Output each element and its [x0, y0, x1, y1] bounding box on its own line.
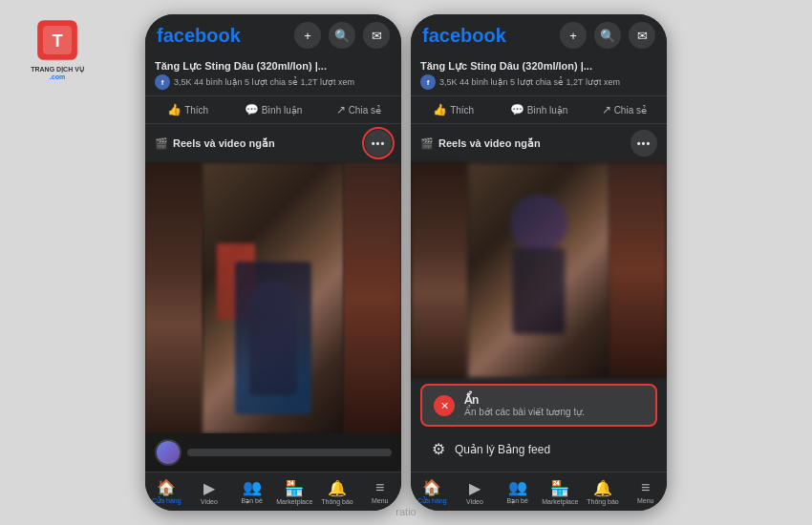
friends-icon-left: 👥	[243, 478, 262, 496]
meta-stats-left: 3,5K 44 bình luận 5 lượt chia sẻ 1,2T lư…	[174, 77, 354, 87]
share-icon-right: ↗	[602, 103, 611, 116]
user-name-bar-left	[187, 449, 392, 456]
comment-btn-right[interactable]: 💬 Bình luận	[496, 100, 581, 119]
menu-icon-right: ≡	[641, 479, 650, 496]
add-icon-left[interactable]: +	[294, 22, 321, 49]
post-area-left: Tăng Lực Sting Dâu (320ml/lon) |... f 3,…	[145, 54, 401, 95]
home-icon-left: 🏠	[157, 478, 176, 496]
nav-menu-label-left: Menu	[372, 497, 389, 504]
post-meta-left: f 3,5K 44 bình luận 5 lượt chia sẻ 1,2T …	[155, 74, 392, 90]
dropdown-container: ✕ Ẩn Ẩn bớt các bài viết tương tự. ⚙ Quả…	[411, 378, 667, 472]
share-btn-left[interactable]: ↗ Chia sẻ	[316, 100, 401, 119]
comment-icon-right: 💬	[510, 103, 524, 116]
nav-menu-right[interactable]: ≡ Menu	[624, 476, 667, 507]
nav-video-left[interactable]: ▶ Video	[188, 476, 231, 507]
like-icon-right: 👍	[433, 103, 447, 116]
video-side-right2	[609, 162, 667, 378]
nav-marketplace-label-right: Marketplace	[542, 498, 578, 505]
fb-header-right: facebook + 🔍 ✉	[411, 14, 667, 54]
nav-notif-right[interactable]: 🔔 Thông báo	[582, 476, 625, 507]
nav-friends-left[interactable]: 👥 Bạn bè	[230, 476, 273, 507]
comment-label-right: Bình luận	[527, 105, 568, 116]
hide-text-group: Ẩn Ẩn bớt các bài viết tương tự.	[464, 393, 585, 417]
like-label-right: Thích	[450, 105, 474, 116]
reels-header-right: 🎬 Reels và video ngắn •••	[411, 124, 667, 162]
meta-stats-right: 3,5K 44 bình luận 5 lượt chia sẻ 1,2T lư…	[439, 77, 620, 87]
hide-subtitle: Ẩn bớt các bài viết tương tự.	[464, 407, 585, 417]
search-icon-left[interactable]: 🔍	[329, 22, 355, 49]
nav-notif-label-left: Thông báo	[321, 498, 353, 505]
user-avatar-left	[155, 439, 182, 466]
nav-friends-label-left: Bạn bè	[242, 497, 263, 505]
action-bar-left: 👍 Thích 💬 Bình luận ↗ Chia sẻ	[145, 95, 401, 124]
marketplace-icon-right: 🏪	[550, 479, 569, 497]
nav-friends-label-right: Bạn bè	[507, 497, 528, 505]
video-icon-right: ▶	[469, 479, 481, 497]
hide-icon: ✕	[434, 395, 455, 416]
fb-title-row-left: facebook + 🔍 ✉	[157, 22, 390, 49]
messenger-icon-right[interactable]: ✉	[629, 22, 655, 49]
nav-marketplace-left[interactable]: 🏪 Marketplace	[273, 476, 316, 507]
logo-icon: T	[33, 16, 81, 64]
hide-post-item[interactable]: ✕ Ẩn Ẩn bớt các bài viết tương tự.	[420, 384, 657, 427]
reels-label-right: Reels và video ngắn	[438, 137, 541, 150]
nav-menu-left[interactable]: ≡ Menu	[358, 476, 401, 507]
fb-header-icons-left: + 🔍 ✉	[294, 22, 390, 49]
phone-right: facebook + 🔍 ✉ Tăng Lực Sting Dâu (320ml…	[411, 14, 667, 511]
fb-header-left: facebook + 🔍 ✉	[145, 14, 401, 54]
face-circle	[510, 195, 567, 252]
search-icon-right[interactable]: 🔍	[594, 22, 621, 49]
share-btn-right[interactable]: ↗ Chia sẻ	[582, 100, 667, 119]
nav-notif-label-right: Thông báo	[587, 498, 618, 505]
video-side-right	[344, 162, 401, 433]
reels-label-left: Reels và video ngắn	[173, 137, 275, 150]
friends-icon-right: 👥	[508, 478, 527, 496]
main-container: T TRANG DỊCH VỤ .com facebook + 🔍 ✉ Tăng…	[0, 0, 812, 525]
reels-icon-right: 🎬	[420, 137, 434, 150]
nav-video-right[interactable]: ▶ Video	[454, 476, 497, 507]
video-icon-left: ▶	[203, 479, 215, 497]
fb-title-row-right: facebook + 🔍 ✉	[422, 22, 655, 49]
nav-notif-left[interactable]: 🔔 Thông báo	[316, 476, 359, 507]
like-btn-left[interactable]: 👍 Thích	[145, 100, 230, 119]
messenger-icon-left[interactable]: ✉	[363, 22, 390, 49]
reels-icon-left: 🎬	[155, 137, 168, 150]
reels-header-left: 🎬 Reels và video ngắn ••• ➔	[145, 124, 401, 162]
nav-video-label-left: Video	[201, 498, 218, 505]
post-title-right: Tăng Lực Sting Dâu (320ml/lon) |...	[420, 60, 657, 73]
reels-more-btn-left[interactable]: ••• ➔	[365, 130, 392, 157]
phone-right-wrapper: facebook + 🔍 ✉ Tăng Lực Sting Dâu (320ml…	[411, 14, 667, 511]
nav-video-label-right: Video	[466, 498, 483, 505]
watermark: ratio	[395, 506, 416, 517]
home-icon-right: 🏠	[422, 478, 441, 496]
logo-area: T TRANG DỊCH VỤ .com	[10, 10, 105, 86]
video-side-left	[145, 162, 203, 433]
action-bar-right: 👍 Thích 💬 Bình luận ↗ Chia sẻ	[411, 95, 667, 124]
more-dots-right: •••	[637, 137, 652, 149]
like-btn-right[interactable]: 👍 Thích	[411, 100, 496, 119]
hide-title: Ẩn	[464, 393, 585, 407]
body-shape	[513, 248, 566, 334]
manage-feed-item[interactable]: ⚙ Quản lý Bảng feed	[420, 432, 657, 466]
bottom-nav-left: 🏠 Cửa hàng ▶ Video 👥 Bạn bè 🏪 Marketplac…	[145, 472, 401, 511]
nav-marketplace-right[interactable]: 🏪 Marketplace	[539, 476, 582, 507]
video-side-left2	[411, 162, 468, 378]
comment-btn-left[interactable]: 💬 Bình luận	[230, 100, 315, 119]
reels-more-btn-right[interactable]: •••	[630, 130, 657, 157]
add-icon-right[interactable]: +	[560, 22, 587, 49]
marketplace-icon-left: 🏪	[285, 479, 304, 497]
nav-home-right[interactable]: 🏠 Cửa hàng	[411, 476, 454, 507]
nav-home-left[interactable]: 🏠 Cửa hàng	[145, 476, 188, 507]
svg-text:T: T	[52, 30, 62, 50]
share-label-left: Chia sẻ	[349, 105, 381, 116]
logo-label: TRANG DỊCH VỤ .com	[31, 66, 84, 80]
meta-avatar-right: f	[420, 74, 436, 90]
like-icon-left: 👍	[167, 103, 182, 116]
share-label-right: Chia sẻ	[614, 105, 647, 116]
fb-logo-left: facebook	[157, 25, 241, 47]
notif-icon-left: 🔔	[328, 479, 347, 497]
manage-feed-label: Quản lý Bảng feed	[455, 443, 550, 456]
nav-friends-right[interactable]: 👥 Bạn bè	[496, 476, 539, 507]
meta-avatar-left: f	[155, 74, 170, 90]
comment-icon-left: 💬	[245, 103, 259, 116]
